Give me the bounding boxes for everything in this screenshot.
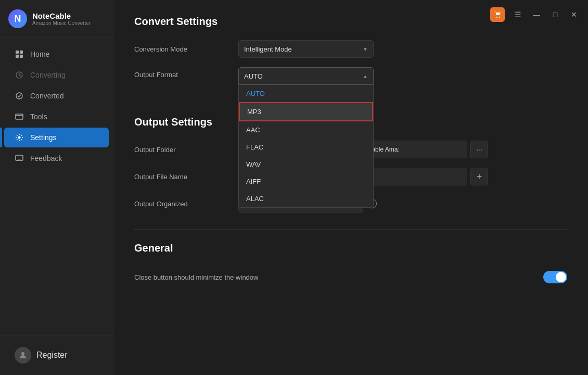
svg-rect-6 (16, 114, 23, 119)
sidebar-item-converting[interactable]: Converting (4, 65, 109, 85)
convert-settings-section: Convert Settings Conversion Mode Intelli… (134, 16, 567, 85)
conversion-mode-value: Intelligent Mode (244, 45, 292, 53)
add-tag-button[interactable]: + (470, 168, 488, 185)
cart-button[interactable] (490, 7, 505, 22)
register-item[interactable]: Register (4, 342, 109, 369)
toggle-knob (556, 272, 566, 282)
sidebar-nav: Home Converting Converted Tools Settings (0, 38, 113, 335)
svg-point-11 (496, 17, 497, 18)
sidebar-item-converted[interactable]: Converted (4, 86, 109, 106)
close-minimize-row: Close button should minimize the window (134, 267, 567, 288)
output-filename-label: Output File Name (134, 173, 238, 181)
sidebar-item-tools[interactable]: Tools (4, 107, 109, 127)
format-option-wav[interactable]: WAV (239, 156, 373, 173)
app-name: NoteCable (32, 11, 91, 20)
svg-point-10 (21, 352, 24, 355)
conversion-mode-dropdown[interactable]: Intelligent Mode ▼ (238, 40, 374, 58)
output-format-control: AUTO ▲ AUTO MP3 AAC FLAC WAV AIFF ALAC (238, 67, 436, 85)
output-folder-label: Output Folder (134, 146, 238, 154)
sidebar-item-feedback[interactable]: Feedback (4, 148, 109, 168)
conversion-mode-arrow: ▼ (363, 46, 368, 52)
close-button[interactable]: ✕ (568, 9, 580, 20)
converted-icon (15, 91, 24, 101)
home-icon (15, 49, 24, 59)
svg-rect-1 (20, 51, 23, 54)
output-format-menu: AUTO MP3 AAC FLAC WAV AIFF ALAC (238, 85, 374, 208)
sidebar-item-home-label: Home (30, 50, 49, 58)
format-option-aac[interactable]: AAC (239, 121, 373, 139)
format-option-mp3[interactable]: MP3 (239, 102, 373, 121)
maximize-button[interactable]: □ (549, 9, 561, 20)
format-option-auto[interactable]: AUTO (239, 85, 373, 102)
svg-point-12 (499, 17, 500, 18)
logo-icon: N (8, 9, 27, 28)
sidebar-item-converted-label: Converted (30, 92, 64, 100)
sidebar: N NoteCable Amazon Music Converter Home … (0, 0, 113, 375)
output-organized-label: Output Organized (134, 200, 238, 208)
logo-text: NoteCable Amazon Music Converter (32, 11, 91, 26)
tools-icon (15, 112, 24, 121)
close-minimize-toggle[interactable] (543, 271, 567, 283)
minimize-button[interactable]: — (531, 9, 542, 20)
conversion-mode-control: Intelligent Mode ▼ (238, 40, 436, 58)
format-option-flac[interactable]: FLAC (239, 139, 373, 156)
sidebar-item-feedback-label: Feedback (30, 154, 62, 162)
conversion-mode-label: Conversion Mode (134, 45, 238, 53)
user-avatar (15, 347, 31, 364)
svg-rect-0 (16, 51, 19, 54)
converting-icon (15, 70, 24, 80)
register-label: Register (36, 351, 68, 360)
output-format-row: Output Format AUTO ▲ AUTO MP3 AAC FLAC W… (134, 67, 567, 85)
sidebar-item-settings[interactable]: Settings (4, 128, 109, 147)
svg-rect-3 (20, 55, 23, 58)
conversion-mode-row: Conversion Mode Intelligent Mode ▼ (134, 40, 567, 58)
settings-icon (15, 133, 24, 142)
sidebar-item-settings-label: Settings (30, 133, 57, 142)
sidebar-item-tools-label: Tools (30, 113, 47, 121)
titlebar: ☰ — □ ✕ (490, 7, 580, 22)
app-logo: N NoteCable Amazon Music Converter (0, 0, 113, 38)
sidebar-item-converting-label: Converting (30, 71, 66, 79)
output-format-arrow: ▲ (363, 73, 368, 79)
general-title: General (134, 242, 567, 254)
format-option-aiff[interactable]: AIFF (239, 173, 373, 190)
svg-point-8 (18, 136, 21, 139)
format-option-alac[interactable]: ALAC (239, 190, 373, 207)
sidebar-item-home[interactable]: Home (4, 44, 109, 64)
close-minimize-label: Close button should minimize the window (134, 273, 543, 281)
output-format-value: AUTO (244, 72, 263, 80)
section-divider (134, 229, 567, 230)
main-content: ☰ — □ ✕ Convert Settings Conversion Mode… (113, 0, 588, 375)
feedback-icon (15, 154, 24, 163)
svg-rect-2 (16, 55, 19, 58)
sidebar-bottom: Register (0, 335, 113, 375)
browse-button[interactable]: ··· (470, 141, 488, 158)
general-section: General Close button should minimize the… (134, 242, 567, 288)
output-format-dropdown[interactable]: AUTO ▲ (238, 67, 374, 85)
output-format-label: Output Format (134, 67, 238, 79)
menu-button[interactable]: ☰ (512, 9, 523, 20)
app-subtitle: Amazon Music Converter (32, 20, 91, 26)
